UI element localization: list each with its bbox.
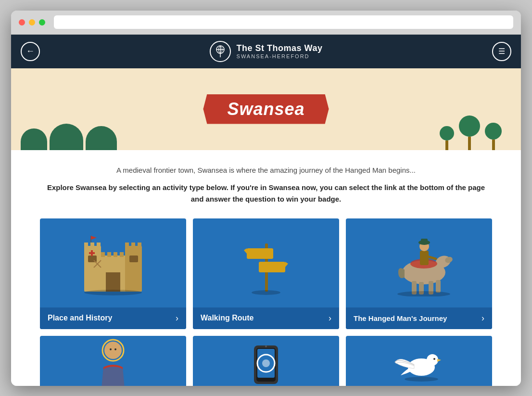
card-arrow-place-history: › — [176, 313, 178, 323]
tree-1 — [21, 128, 47, 150]
svg-point-56 — [262, 359, 270, 367]
back-icon: ← — [26, 46, 35, 56]
card-footer-walking-route: Walking Route › — [193, 307, 339, 329]
svg-rect-5 — [125, 246, 142, 292]
svg-rect-20 — [89, 252, 95, 254]
menu-icon: ☰ — [498, 47, 505, 56]
svg-rect-40 — [420, 251, 429, 265]
svg-rect-9 — [125, 243, 129, 247]
card-title-place-history: Place and History — [48, 314, 112, 322]
tree-6 — [485, 123, 502, 150]
app-subtitle: Swansea-Hereford — [237, 53, 323, 59]
app-title: The St Thomas Way — [237, 43, 323, 53]
menu-button[interactable]: ☰ — [492, 42, 511, 61]
right-trees — [440, 115, 502, 150]
main-content: A medieval frontier town, Swansea is whe… — [11, 150, 521, 386]
close-button[interactable] — [19, 19, 25, 26]
svg-rect-6 — [84, 243, 88, 247]
signpost-illustration — [193, 218, 339, 307]
svg-rect-15 — [120, 252, 124, 257]
svg-marker-28 — [244, 248, 247, 254]
activity-card-digital[interactable] — [193, 336, 339, 386]
svg-rect-29 — [259, 262, 285, 272]
city-name-ribbon: Swansea — [203, 94, 329, 124]
svg-rect-7 — [90, 243, 94, 247]
instruction-text: Explore Swansea by selecting an activity… — [40, 182, 492, 205]
page-container[interactable]: ← The St Thomas Way Swansea-Hereford — [11, 35, 521, 386]
saint-illustration — [40, 336, 186, 386]
svg-point-45 — [397, 291, 450, 296]
svg-point-25 — [84, 290, 142, 295]
activity-card-place-history[interactable]: Place and History › — [40, 218, 186, 329]
tree-3 — [86, 126, 117, 150]
logo-icon — [210, 41, 231, 62]
app-logo: The St Thomas Way Swansea-Hereford — [210, 41, 323, 62]
svg-rect-13 — [107, 252, 111, 257]
activity-card-hanged-man[interactable]: The Hanged Man's Journey › — [346, 218, 492, 329]
svg-rect-16 — [106, 272, 120, 292]
card-title-walking-route: Walking Route — [201, 314, 254, 322]
svg-rect-12 — [101, 252, 105, 257]
card-arrow-hanged-man: › — [481, 313, 484, 323]
svg-point-61 — [405, 377, 438, 382]
svg-rect-11 — [138, 243, 141, 247]
activity-card-dove[interactable] — [346, 336, 492, 386]
card-footer-hanged-man: The Hanged Man's Journey › — [346, 307, 492, 329]
svg-marker-22 — [91, 236, 97, 240]
svg-point-48 — [106, 344, 120, 357]
activity-card-walking-route[interactable]: Walking Route › — [193, 218, 339, 329]
svg-rect-10 — [131, 243, 135, 247]
svg-rect-27 — [247, 248, 273, 259]
svg-point-49 — [110, 348, 112, 350]
card-footer-place-history: Place and History › — [40, 307, 186, 329]
card-arrow-walking-route: › — [329, 313, 331, 323]
svg-rect-38 — [436, 280, 441, 293]
svg-point-58 — [427, 354, 438, 366]
svg-point-31 — [252, 290, 280, 295]
tree-4 — [440, 126, 454, 150]
tree-2 — [50, 124, 83, 150]
url-bar[interactable] — [54, 15, 513, 29]
svg-marker-59 — [437, 359, 441, 362]
logo-text: The St Thomas Way Swansea-Hereford — [237, 43, 323, 59]
rider-illustration — [346, 218, 492, 307]
svg-rect-18 — [129, 255, 138, 262]
activity-card-saint[interactable] — [40, 336, 186, 386]
card-title-hanged-man: The Hanged Man's Journey — [354, 314, 447, 322]
minimize-button[interactable] — [29, 19, 35, 26]
activity-grid: Place and History › — [40, 218, 492, 386]
phone-illustration — [193, 336, 339, 386]
maximize-button[interactable] — [39, 19, 45, 26]
svg-rect-43 — [421, 239, 428, 244]
app-header: ← The St Thomas Way Swansea-Hereford — [11, 35, 521, 68]
hero-banner: Swansea — [11, 68, 521, 150]
castle-illustration — [40, 218, 186, 307]
svg-point-60 — [433, 358, 435, 360]
browser-content: ← The St Thomas Way Swansea-Hereford — [11, 35, 521, 386]
left-trees — [21, 124, 117, 150]
description-text: A medieval frontier town, Swansea is whe… — [40, 165, 492, 176]
svg-rect-14 — [114, 252, 117, 257]
tree-5 — [459, 115, 480, 150]
svg-marker-30 — [285, 262, 288, 267]
back-button[interactable]: ← — [21, 42, 40, 61]
dove-illustration — [346, 336, 492, 386]
svg-rect-8 — [97, 243, 101, 247]
svg-point-54 — [265, 345, 267, 347]
browser-chrome — [11, 11, 521, 35]
browser-frame: ← The St Thomas Way Swansea-Hereford — [11, 11, 521, 386]
svg-point-50 — [114, 348, 116, 350]
